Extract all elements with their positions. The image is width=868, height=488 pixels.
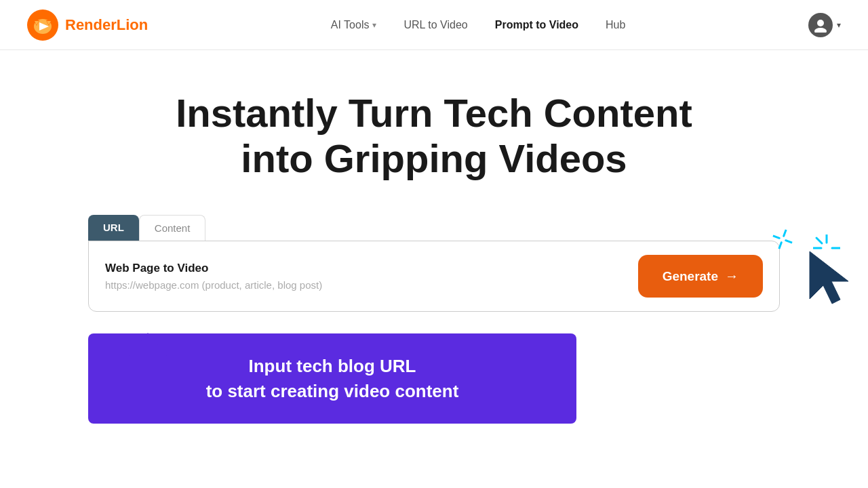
logo-text: RenderLion — [65, 16, 148, 34]
svg-line-9 — [784, 230, 786, 236]
logo-icon — [27, 9, 58, 41]
hero-title: Instantly Turn Tech Content into Grippin… — [176, 91, 692, 181]
sparkles-decoration — [813, 235, 840, 268]
cursor-decoration — [806, 248, 854, 312]
nav-item-url-to-video[interactable]: URL to Video — [403, 19, 467, 31]
main-content: Instantly Turn Tech Content into Grippin… — [0, 50, 868, 424]
input-tabs: URL Content — [88, 215, 780, 241]
tab-url[interactable]: URL — [88, 215, 139, 241]
user-menu[interactable]: ▾ — [808, 13, 841, 37]
generate-arrow-icon: → — [725, 268, 738, 284]
callout-arrow — [129, 333, 167, 356]
svg-line-12 — [786, 241, 792, 243]
user-avatar — [808, 13, 833, 37]
input-text-area: Web Page to Video https://webpage.com (p… — [105, 262, 638, 291]
svg-point-7 — [817, 20, 824, 26]
tab-content[interactable]: Content — [139, 215, 206, 241]
logo[interactable]: RenderLion — [27, 9, 148, 41]
ai-tools-dropdown-arrow: ▾ — [372, 20, 376, 30]
callout-text: Input tech blog URL to start creating vi… — [115, 354, 549, 403]
callout-wrapper: Input tech blog URL to start creating vi… — [88, 333, 780, 424]
svg-point-8 — [814, 28, 827, 33]
main-nav: AI Tools ▾ URL to Video Prompt to Video … — [331, 19, 626, 31]
url-input-placeholder[interactable]: https://webpage.com (product, article, b… — [105, 279, 638, 291]
input-box: Web Page to Video https://webpage.com (p… — [88, 241, 780, 312]
input-container: URL Content Web Page to Video https://we… — [88, 215, 780, 424]
svg-line-16 — [816, 238, 822, 243]
svg-line-10 — [779, 243, 781, 249]
nav-item-prompt-to-video[interactable]: Prompt to Video — [495, 19, 578, 31]
user-chevron-icon: ▾ — [837, 20, 841, 30]
nav-item-ai-tools[interactable]: AI Tools ▾ — [331, 19, 377, 31]
input-label: Web Page to Video — [105, 262, 638, 275]
user-icon — [813, 18, 828, 33]
generate-button[interactable]: Generate → — [638, 255, 763, 298]
nav-item-hub[interactable]: Hub — [606, 19, 625, 31]
header: RenderLion AI Tools ▾ URL to Video Promp… — [0, 0, 868, 50]
